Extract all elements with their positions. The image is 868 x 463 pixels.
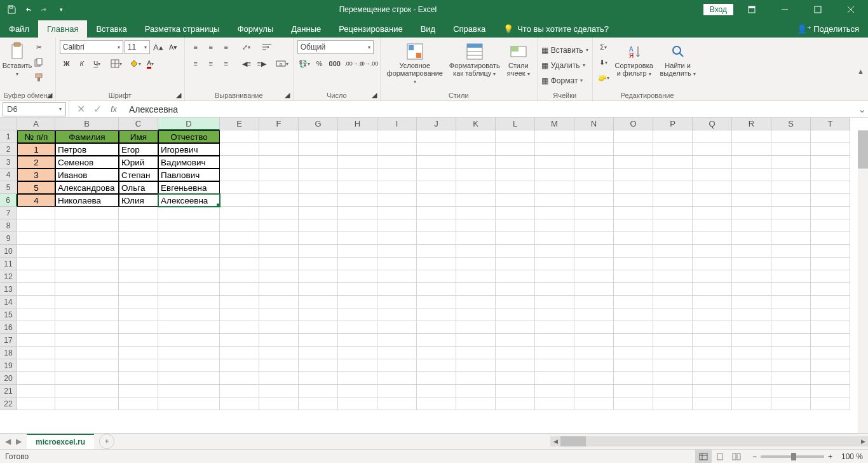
cell-G7[interactable] <box>299 207 338 219</box>
cell-P9[interactable] <box>653 232 693 245</box>
cell-B12[interactable] <box>55 270 119 283</box>
tab-formulas[interactable]: Формулы <box>229 20 283 38</box>
cell-R15[interactable] <box>732 308 771 321</box>
cell-H12[interactable] <box>338 270 377 283</box>
cell-R4[interactable] <box>732 169 771 181</box>
cell-S8[interactable] <box>771 219 811 232</box>
sort-filter-button[interactable]: АЯ Сортировка и фильтр ▾ <box>612 40 656 79</box>
cell-S2[interactable] <box>771 143 811 156</box>
cell-O12[interactable] <box>614 270 653 283</box>
cell-T5[interactable] <box>811 181 850 194</box>
cell-N2[interactable] <box>574 143 614 156</box>
cell-O17[interactable] <box>614 334 653 347</box>
cell-M4[interactable] <box>535 169 574 181</box>
row-header-4[interactable]: 4 <box>0 169 17 181</box>
cell-R18[interactable] <box>732 347 771 359</box>
sheet-tab-active[interactable]: microexcel.ru <box>27 434 94 449</box>
cell-D10[interactable] <box>158 245 220 258</box>
cell-G19[interactable] <box>299 359 338 372</box>
increase-indent-icon[interactable]: ≡▶ <box>255 57 269 71</box>
tab-insert[interactable]: Вставка <box>87 20 135 38</box>
col-header-T[interactable]: T <box>811 118 850 130</box>
col-header-K[interactable]: K <box>456 118 496 130</box>
cell-B8[interactable] <box>55 219 119 232</box>
cell-D7[interactable] <box>158 207 220 219</box>
align-middle-icon[interactable]: ≡ <box>204 40 218 54</box>
sheet-nav-prev-icon[interactable]: ◀ <box>5 437 11 446</box>
cell-L5[interactable] <box>496 181 535 194</box>
qat-customize-icon[interactable]: ▾ <box>53 2 69 17</box>
cell-J10[interactable] <box>417 245 456 258</box>
cell-F21[interactable] <box>259 385 299 397</box>
cell-K7[interactable] <box>456 207 496 219</box>
cell-B7[interactable] <box>55 207 119 219</box>
cell-K15[interactable] <box>456 308 496 321</box>
cell-I7[interactable] <box>377 207 417 219</box>
cell-S21[interactable] <box>771 385 811 397</box>
row-header-6[interactable]: 6 <box>0 194 17 207</box>
cell-P1[interactable] <box>653 130 693 143</box>
cell-S22[interactable] <box>771 397 811 410</box>
cell-D18[interactable] <box>158 347 220 359</box>
cell-F20[interactable] <box>259 372 299 385</box>
cell-Q9[interactable] <box>693 232 732 245</box>
cell-H8[interactable] <box>338 219 377 232</box>
tell-me-search[interactable]: 💡 Что вы хотите сделать? <box>494 20 618 38</box>
cell-G5[interactable] <box>299 181 338 194</box>
cell-Q20[interactable] <box>693 372 732 385</box>
fill-icon[interactable]: ⬇▾ <box>597 55 611 69</box>
cell-R1[interactable] <box>732 130 771 143</box>
cell-K20[interactable] <box>456 372 496 385</box>
cell-R9[interactable] <box>732 232 771 245</box>
cell-L2[interactable] <box>496 143 535 156</box>
cell-G6[interactable] <box>299 194 338 207</box>
cell-S4[interactable] <box>771 169 811 181</box>
cell-O4[interactable] <box>614 169 653 181</box>
cell-S7[interactable] <box>771 207 811 219</box>
cell-N11[interactable] <box>574 258 614 270</box>
cell-F12[interactable] <box>259 270 299 283</box>
cell-A5[interactable]: 5 <box>17 181 55 194</box>
cell-G3[interactable] <box>299 156 338 169</box>
cell-J19[interactable] <box>417 359 456 372</box>
col-header-H[interactable]: H <box>338 118 377 130</box>
cell-C8[interactable] <box>119 219 158 232</box>
font-size-combo[interactable]: 11▾ <box>125 40 150 54</box>
cell-C6[interactable]: Юлия <box>119 194 158 207</box>
cell-N15[interactable] <box>574 308 614 321</box>
row-header-3[interactable]: 3 <box>0 156 17 169</box>
close-icon[interactable] <box>836 0 865 18</box>
cell-J1[interactable] <box>417 130 456 143</box>
conditional-formatting-button[interactable]: Условное форматирование ▾ <box>384 40 445 86</box>
col-header-B[interactable]: B <box>55 118 119 130</box>
cell-K9[interactable] <box>456 232 496 245</box>
cell-R5[interactable] <box>732 181 771 194</box>
cell-G11[interactable] <box>299 258 338 270</box>
cell-O6[interactable] <box>614 194 653 207</box>
cell-A2[interactable]: 1 <box>17 143 55 156</box>
cell-L20[interactable] <box>496 372 535 385</box>
cell-I9[interactable] <box>377 232 417 245</box>
cell-B13[interactable] <box>55 283 119 296</box>
cell-I10[interactable] <box>377 245 417 258</box>
cell-T7[interactable] <box>811 207 850 219</box>
cell-L13[interactable] <box>496 283 535 296</box>
cell-A9[interactable] <box>17 232 55 245</box>
cell-J5[interactable] <box>417 181 456 194</box>
cell-N5[interactable] <box>574 181 614 194</box>
cell-P18[interactable] <box>653 347 693 359</box>
cell-O18[interactable] <box>614 347 653 359</box>
cell-A13[interactable] <box>17 283 55 296</box>
cell-D22[interactable] <box>158 397 220 410</box>
number-dialog-launcher[interactable]: ◢ <box>370 90 379 99</box>
cell-Q14[interactable] <box>693 296 732 308</box>
cell-L15[interactable] <box>496 308 535 321</box>
vertical-scrollbar-thumb[interactable] <box>858 130 868 169</box>
cell-M2[interactable] <box>535 143 574 156</box>
cell-I6[interactable] <box>377 194 417 207</box>
minimize-icon[interactable] <box>770 0 799 18</box>
font-color-icon[interactable]: A▾ <box>144 57 158 71</box>
cell-H4[interactable] <box>338 169 377 181</box>
cell-C1[interactable]: Имя <box>119 130 158 143</box>
cell-N9[interactable] <box>574 232 614 245</box>
